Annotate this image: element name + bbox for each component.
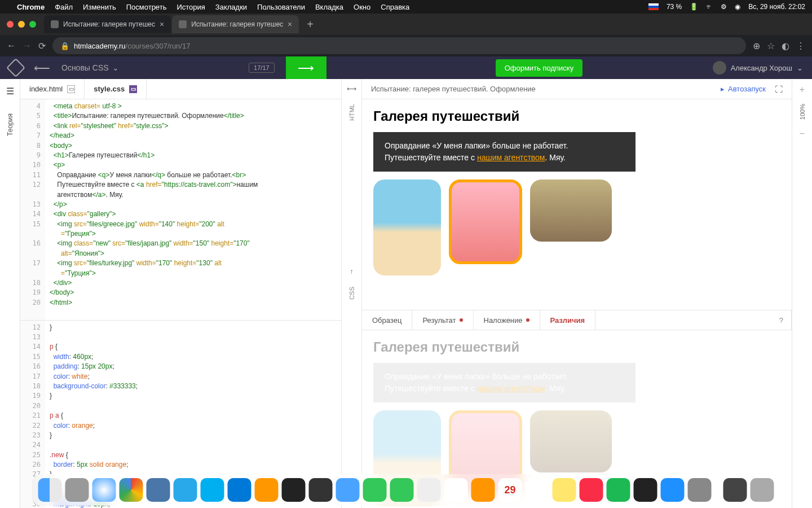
app-container: ⟵ Основы CSS ⌄ 17/17 ⟶ Оформить подписку… — [0, 56, 812, 452]
launchpad-icon[interactable] — [65, 478, 89, 502]
menubar-app[interactable]: Chrome — [17, 3, 45, 11]
tab-result[interactable]: Результат — [412, 310, 473, 330]
vscode-icon[interactable] — [228, 478, 251, 502]
minus-icon[interactable]: − — [800, 129, 805, 139]
music-icon[interactable] — [580, 478, 603, 502]
maximize-window[interactable] — [29, 21, 36, 28]
menu-view[interactable]: Посмотреть — [126, 3, 167, 11]
close-tab-icon[interactable]: × — [288, 20, 292, 29]
course-dropdown[interactable]: Основы CSS ⌄ — [61, 63, 119, 72]
notes-icon[interactable] — [553, 478, 576, 502]
settings-icon[interactable] — [688, 478, 712, 502]
vk-icon[interactable] — [147, 478, 170, 502]
back-arrow-icon[interactable]: ⟵ — [34, 61, 50, 75]
gallery-image-turkey — [530, 179, 612, 242]
menu-edit[interactable]: Изменить — [83, 3, 116, 11]
skype-icon[interactable] — [201, 478, 224, 502]
browser-tab-2[interactable]: Испытание: галерея путешес × — [172, 15, 299, 33]
forward-icon[interactable]: → — [23, 41, 32, 51]
arrow-up-icon[interactable]: ↑ — [350, 268, 354, 275]
plus-icon[interactable]: + — [800, 85, 805, 95]
reminders-icon[interactable] — [526, 478, 549, 502]
menu-icon[interactable]: ☰ — [6, 86, 14, 97]
page-title: Галерея путешествий — [373, 339, 780, 355]
autorun-toggle[interactable]: ▸ Автозапуск — [721, 85, 766, 93]
tv-icon[interactable] — [634, 478, 657, 502]
htmlacademy-logo-icon[interactable] — [6, 58, 25, 77]
dock-separator — [717, 479, 718, 501]
code-editor-html[interactable]: 4 5 6 7 8 9 10 11 12 13 14 15 16 17 18 1… — [20, 99, 341, 321]
menu-window[interactable]: Окно — [354, 3, 370, 11]
finder-icon[interactable] — [38, 478, 62, 502]
user-name: Александр Хорош — [731, 64, 792, 72]
status-dot-icon — [460, 318, 463, 322]
course-name: Основы CSS — [61, 63, 109, 72]
macos-dock: 29 — [33, 474, 780, 506]
play-icon: ▸ — [721, 85, 725, 93]
next-button[interactable]: ⟶ — [286, 56, 326, 79]
help-button[interactable]: ? — [771, 310, 792, 330]
maps-icon[interactable] — [417, 478, 441, 502]
calendar-icon[interactable]: 29 — [498, 478, 522, 502]
photos-icon[interactable] — [444, 478, 468, 502]
telegram-icon[interactable] — [174, 478, 197, 502]
zoom-percent: 100% — [799, 104, 806, 120]
menu-help[interactable]: Справка — [381, 3, 409, 11]
banner-line2a: Путешествуйте вместе с — [385, 153, 477, 162]
code-content[interactable]: <meta charset= utf-8 > <title>Испытание:… — [45, 99, 341, 320]
menu-tab[interactable]: Вкладка — [315, 3, 343, 11]
battery-icon[interactable]: 🔋 — [690, 3, 698, 11]
address-bar[interactable]: 🔒 htmlacademy.ru/courses/307/run/17 — [52, 37, 746, 54]
split-icon[interactable]: ▭ — [67, 85, 75, 93]
trash-icon[interactable] — [751, 478, 774, 502]
messages-icon[interactable] — [390, 478, 414, 502]
back-icon[interactable]: ← — [7, 41, 16, 51]
subscribe-button[interactable]: Оформить подписку — [496, 59, 583, 77]
banner-link[interactable]: нашим агентством — [477, 153, 545, 162]
safari-icon[interactable] — [92, 478, 116, 502]
terminal-icon[interactable] — [282, 478, 306, 502]
tab-overlay[interactable]: Наложение — [474, 310, 540, 330]
facetime-icon[interactable] — [363, 478, 387, 502]
user-menu[interactable]: Александр Хорош ⌄ — [713, 61, 803, 75]
file-tab-html[interactable]: index.html ▭ — [20, 79, 85, 99]
close-tab-icon[interactable]: × — [160, 20, 164, 29]
lock-icon: 🔒 — [60, 42, 69, 50]
spotify-icon[interactable] — [607, 478, 630, 502]
menu-history[interactable]: История — [176, 3, 205, 11]
new-tab-button[interactable]: + — [300, 18, 320, 31]
split-icon[interactable]: ▭ — [129, 85, 137, 93]
mail-icon[interactable] — [336, 478, 360, 502]
menu-file[interactable]: Файл — [55, 3, 73, 11]
datetime[interactable]: Вс, 29 нояб. 22:02 — [748, 3, 805, 11]
chrome-icon[interactable] — [120, 478, 143, 502]
profile-icon[interactable]: ◐ — [782, 41, 789, 51]
minimize-window[interactable] — [18, 21, 25, 28]
control-center-icon[interactable]: ⚙ — [721, 3, 727, 11]
theory-tab[interactable]: Теория — [6, 113, 14, 136]
file-tab-label: index.html — [29, 85, 63, 93]
reload-icon[interactable]: ⟳ — [38, 41, 46, 51]
books-icon[interactable] — [471, 478, 495, 502]
macos-menubar: Chrome Файл Изменить Посмотреть История … — [0, 0, 812, 14]
appstore-icon[interactable] — [661, 478, 685, 502]
siri-icon[interactable]: ◉ — [735, 3, 740, 11]
close-window[interactable] — [7, 21, 14, 28]
browser-tab-1[interactable]: Испытание: галерея путешес × — [44, 15, 171, 33]
menu-users[interactable]: Пользователи — [257, 3, 305, 11]
downloads-icon[interactable] — [723, 478, 747, 502]
expand-icon[interactable]: ⛶ — [775, 85, 783, 94]
menu-icon[interactable]: ⋮ — [796, 41, 805, 51]
star-icon[interactable]: ☆ — [767, 41, 775, 51]
tab-diff[interactable]: Различия — [540, 310, 596, 330]
resize-icon[interactable]: ⟷ — [347, 85, 356, 93]
input-source-icon[interactable] — [648, 3, 659, 10]
file-tab-css[interactable]: style.css ▭ — [85, 79, 147, 99]
autorun-label: Автозапуск — [728, 85, 766, 93]
figma-icon[interactable] — [309, 478, 333, 502]
wifi-icon[interactable]: ᯤ — [706, 3, 713, 11]
menu-bookmarks[interactable]: Закладки — [215, 3, 247, 11]
tab-sample[interactable]: Образец — [362, 310, 412, 330]
zoom-icon[interactable]: ⊕ — [753, 41, 760, 51]
sublime-icon[interactable] — [255, 478, 279, 502]
